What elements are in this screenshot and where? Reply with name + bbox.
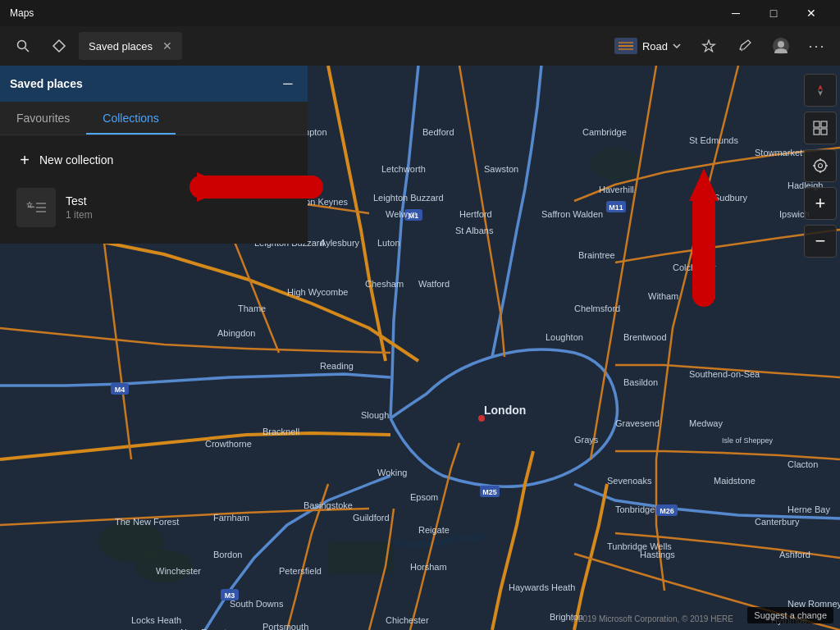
panel-minimize-button[interactable]: ─ xyxy=(278,74,298,94)
zoom-out-button[interactable]: − xyxy=(804,225,837,258)
tab-collections-label: Collections xyxy=(103,112,158,125)
more-button[interactable]: ··· xyxy=(801,30,833,62)
svg-text:M25: M25 xyxy=(482,488,497,496)
svg-point-109 xyxy=(819,164,823,168)
svg-text:Watford: Watford xyxy=(418,279,450,289)
user-button[interactable] xyxy=(765,30,797,62)
search-button[interactable] xyxy=(7,30,39,62)
star-icon xyxy=(701,39,716,53)
svg-text:Haverhill: Haverhill xyxy=(599,185,634,194)
svg-text:Basingstoke: Basingstoke xyxy=(304,500,353,510)
collection-item[interactable]: Test 1 item xyxy=(10,181,298,234)
tab-favourites[interactable]: Favourites xyxy=(0,102,86,135)
svg-text:Locks Heath: Locks Heath xyxy=(131,615,181,625)
svg-text:Letchworth: Letchworth xyxy=(381,164,426,174)
svg-text:Portsmouth: Portsmouth xyxy=(262,622,308,630)
svg-text:Basildon: Basildon xyxy=(623,377,658,387)
svg-text:Chesham: Chesham xyxy=(365,279,404,289)
compass-button[interactable] xyxy=(804,74,837,107)
svg-text:Farnham: Farnham xyxy=(213,513,249,523)
svg-rect-105 xyxy=(821,121,827,127)
svg-text:Grays: Grays xyxy=(574,435,599,445)
svg-text:Tonbridge: Tonbridge xyxy=(615,504,655,514)
svg-text:Ashford: Ashford xyxy=(779,550,810,559)
user-icon xyxy=(772,37,790,55)
svg-text:Maidstone: Maidstone xyxy=(714,476,756,486)
zoom-in-button[interactable]: + xyxy=(804,187,837,220)
svg-text:Guildford: Guildford xyxy=(353,513,390,523)
svg-text:Thame: Thame xyxy=(238,304,266,313)
close-button[interactable]: ✕ xyxy=(792,0,830,26)
svg-text:Brentwood: Brentwood xyxy=(623,332,667,342)
locate-button[interactable] xyxy=(804,149,837,182)
svg-text:Reading: Reading xyxy=(320,361,354,371)
close-tab-icon[interactable]: ✕ xyxy=(162,39,172,52)
road-mode-button[interactable]: Road xyxy=(606,33,689,59)
svg-text:M11: M11 xyxy=(609,203,623,212)
suggest-change-button[interactable]: Suggest a change xyxy=(747,607,833,623)
restore-button[interactable]: □ xyxy=(755,0,792,26)
svg-text:Witham: Witham xyxy=(648,291,678,301)
svg-text:Winchester: Winchester xyxy=(156,566,201,576)
svg-text:Reigate: Reigate xyxy=(418,525,450,535)
svg-text:Leighton Buzzard: Leighton Buzzard xyxy=(373,193,444,203)
svg-text:Gravesend: Gravesend xyxy=(615,418,660,428)
svg-text:The New Forest: The New Forest xyxy=(115,517,179,527)
title-bar: Maps ─ □ ✕ xyxy=(0,0,840,26)
svg-text:Herne Bay: Herne Bay xyxy=(788,504,830,514)
plus-icon: + xyxy=(16,152,33,168)
tab-collections[interactable]: Collections xyxy=(86,102,175,135)
collection-name: Test xyxy=(66,194,93,208)
search-icon xyxy=(16,39,30,52)
svg-text:Bedford: Bedford xyxy=(422,127,454,137)
svg-text:St Edmunds: St Edmunds xyxy=(689,135,738,145)
new-collection-label: New collection xyxy=(39,153,113,167)
svg-text:Isle of Sheppey: Isle of Sheppey xyxy=(722,436,774,445)
favorites-button[interactable] xyxy=(692,30,725,62)
svg-text:Chelmsford: Chelmsford xyxy=(574,304,620,313)
saved-places-tab[interactable]: Saved places ✕ xyxy=(79,32,182,60)
tab-favourites-label: Favourites xyxy=(16,112,70,125)
svg-text:Hastings: Hastings xyxy=(640,550,675,559)
minimize-button[interactable]: ─ xyxy=(717,0,755,26)
svg-text:Horsham: Horsham xyxy=(410,562,447,572)
map-controls: + − xyxy=(801,66,840,266)
svg-text:Slough: Slough xyxy=(361,410,389,420)
svg-text:Chichester: Chichester xyxy=(386,615,429,625)
new-collection-button[interactable]: + New collection xyxy=(10,145,298,175)
svg-text:Abingdon: Abingdon xyxy=(217,328,256,338)
copyright-text: © 2019 Microsoft Corporation, © 2019 HER… xyxy=(570,614,733,623)
svg-text:Woking: Woking xyxy=(377,468,407,477)
svg-marker-103 xyxy=(818,90,823,96)
app-title: Maps xyxy=(10,7,717,19)
svg-line-1 xyxy=(25,48,30,52)
grid-button[interactable] xyxy=(804,112,837,144)
svg-text:Sevenoaks: Sevenoaks xyxy=(607,476,652,486)
panel-title: Saved places xyxy=(10,77,83,90)
svg-text:Cambridge: Cambridge xyxy=(582,127,627,137)
more-icon: ··· xyxy=(808,38,825,55)
svg-text:Bordon: Bordon xyxy=(213,550,242,559)
svg-text:Braintree: Braintree xyxy=(578,250,615,260)
svg-rect-106 xyxy=(814,129,819,135)
pen-button[interactable] xyxy=(728,30,761,62)
svg-text:St Albans: St Albans xyxy=(455,226,494,235)
saved-places-panel: Saved places ─ Favourites Collections + … xyxy=(0,66,308,244)
svg-text:Canterbury: Canterbury xyxy=(755,517,800,527)
svg-point-108 xyxy=(815,160,826,171)
svg-text:Aylesbury: Aylesbury xyxy=(320,238,360,248)
svg-text:Clacton: Clacton xyxy=(788,459,818,469)
road-map-icon xyxy=(614,38,637,54)
svg-text:Haywards Heath: Haywards Heath xyxy=(509,582,575,592)
svg-rect-107 xyxy=(821,129,827,135)
diamond-button[interactable] xyxy=(43,30,75,62)
svg-text:Colchester: Colchester xyxy=(673,262,716,272)
svg-text:High Wycombe: High Wycombe xyxy=(287,287,348,297)
svg-text:Epsom: Epsom xyxy=(410,492,438,502)
panel-tabs: Favourites Collections xyxy=(0,102,308,135)
svg-text:Welwyn: Welwyn xyxy=(386,209,417,219)
collection-info: Test 1 item xyxy=(66,194,93,221)
compass-icon xyxy=(812,82,829,98)
road-mode-label: Road xyxy=(642,40,668,52)
svg-text:Bracknell: Bracknell xyxy=(262,427,299,436)
